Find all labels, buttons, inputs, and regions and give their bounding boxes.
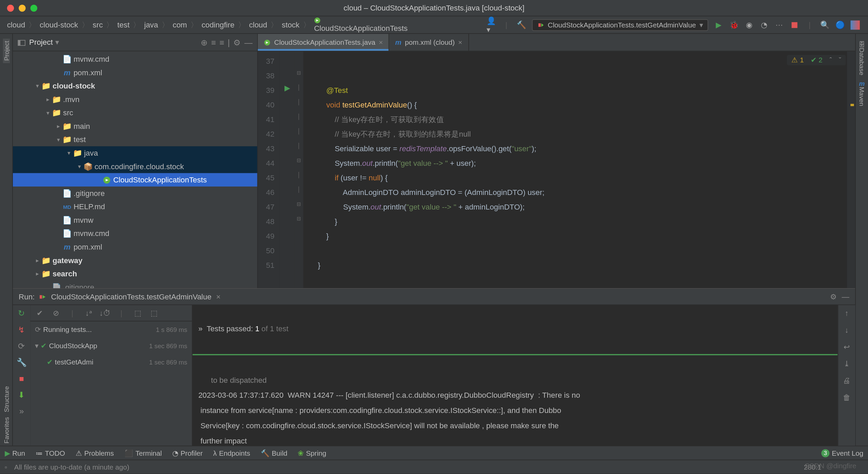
close-tab-icon[interactable]: × xyxy=(379,38,383,46)
tree-folder: ▾📁test xyxy=(13,133,257,146)
dump-icon[interactable]: ⬇ xyxy=(18,390,25,400)
run-tab[interactable]: ▶Run xyxy=(5,449,25,457)
editor-scrollbar[interactable] xyxy=(847,51,855,288)
breadcrumb-item[interactable]: cloud-stock xyxy=(37,19,80,31)
right-tool-stripe: 🗄Database mMaven xyxy=(855,34,868,446)
test-method-row[interactable]: ✔ testGetAdmi 1 sec 869 ms xyxy=(30,354,192,370)
coverage-icon[interactable]: ◉ xyxy=(744,20,754,29)
sort-icon[interactable]: ↓ᵃ xyxy=(83,307,94,319)
close-tab-icon[interactable]: × xyxy=(216,292,220,301)
rerun-failed-icon[interactable]: ↯ xyxy=(18,325,25,334)
tree-file: mpom.xml xyxy=(13,240,257,254)
stop-button-icon[interactable] xyxy=(790,20,799,29)
debug-button-icon[interactable]: 🐞 xyxy=(729,20,739,29)
code-text[interactable]: @Test void testGetAdminValue() { // 当key… xyxy=(303,51,847,288)
tree-folder: ▸📁.mvn xyxy=(13,93,257,106)
test-class-row[interactable]: ▾ ✔ CloudStockApp 1 sec 869 ms xyxy=(30,338,192,354)
breadcrumb-item[interactable]: com xyxy=(170,19,189,31)
run-config-name: CloudStockApplicationTests.testGetAdminV… xyxy=(51,292,211,301)
collapse-icon[interactable]: ⬚ xyxy=(148,307,160,319)
breadcrumb-item[interactable]: test xyxy=(115,19,132,31)
toggle-auto-icon[interactable]: ⟳ xyxy=(18,341,25,351)
scroll-to-end-icon[interactable]: ⤓ xyxy=(844,359,850,368)
show-ignored-icon[interactable]: ⊘ xyxy=(50,307,62,319)
editor-tab[interactable]: m pom.xml (cloud) × xyxy=(389,34,469,51)
profile-icon[interactable]: ◔ xyxy=(760,20,769,29)
fold-column[interactable]: ⊟│││││⊟││⊟⊟ xyxy=(294,51,304,288)
minimize-window-icon[interactable] xyxy=(19,4,26,12)
settings-icon[interactable]: ⚙ xyxy=(830,292,837,301)
stop-icon[interactable]: ■ xyxy=(19,374,24,383)
clear-icon[interactable]: 🗑 xyxy=(843,393,850,402)
soft-wrap-icon[interactable]: ↩ xyxy=(844,342,850,351)
spring-tab[interactable]: ❀Spring xyxy=(298,449,326,457)
tree-folder: ▸📁main xyxy=(13,120,257,133)
code-editor[interactable]: ⚠ 1 ✔ 2 ˆˇ 37383940414243444546474849505… xyxy=(258,51,855,288)
profiler-tab[interactable]: ◔Profiler xyxy=(172,449,202,457)
maximize-window-icon[interactable] xyxy=(30,4,37,12)
breadcrumb-item[interactable]: CloudStockApplicationTests xyxy=(312,16,410,34)
scroll-down-icon[interactable]: ↓ xyxy=(845,325,849,334)
endpoints-tab[interactable]: λEndpoints xyxy=(213,449,250,457)
editor: CloudStockApplicationTests.java × m pom.… xyxy=(258,34,855,288)
search-icon[interactable]: 🔍 xyxy=(820,20,830,29)
attach-icon[interactable]: ⋯ xyxy=(775,20,784,29)
close-window-icon[interactable] xyxy=(7,4,14,12)
collapse-all-icon[interactable]: ≡ xyxy=(219,38,224,47)
close-tab-icon[interactable]: × xyxy=(458,38,462,46)
breadcrumb-item[interactable]: codingfire xyxy=(199,19,237,31)
breadcrumb-item[interactable]: cloud xyxy=(5,19,27,31)
maven-tab[interactable]: mMaven xyxy=(859,78,866,108)
ide-icon[interactable] xyxy=(850,20,860,29)
hide-icon[interactable]: — xyxy=(842,292,849,301)
print-icon[interactable]: 🖨 xyxy=(843,376,850,385)
breadcrumb-item[interactable]: src xyxy=(90,19,105,31)
toolbar-icons: 👤▾ | 🔨 CloudStockApplicationTests.testGe… xyxy=(487,19,863,31)
sync-icon[interactable]: 🔵 xyxy=(835,20,845,29)
tree-file: MDHELP.md xyxy=(13,200,257,214)
run-button-icon[interactable]: ▶ xyxy=(714,20,724,29)
sort-duration-icon[interactable]: ↓⏱ xyxy=(99,307,111,319)
run-configuration-selector[interactable]: CloudStockApplicationTests.testGetAdminV… xyxy=(532,19,708,31)
project-tab[interactable]: Project xyxy=(3,39,10,63)
show-passed-icon[interactable]: ✔ xyxy=(34,307,45,319)
database-tab[interactable]: 🗄Database xyxy=(859,39,866,78)
user-icon[interactable]: 👤▾ xyxy=(487,20,496,29)
run-line-icon[interactable]: ▶ xyxy=(284,83,290,92)
expand-all-icon[interactable]: ≡ xyxy=(211,38,216,47)
breadcrumb-item[interactable]: cloud xyxy=(247,19,270,31)
warning-mark-icon[interactable] xyxy=(850,104,854,106)
inspection-widget[interactable]: ⚠ 1 ✔ 2 ˆˇ xyxy=(787,55,846,65)
structure-tab[interactable]: Structure xyxy=(3,384,10,415)
editor-tab-active[interactable]: CloudStockApplicationTests.java × xyxy=(258,34,389,51)
console-output[interactable]: » Tests passed: 1 of 1 test to be dispat… xyxy=(193,305,838,446)
test-progress-row[interactable]: ⟳ Running tests... 1 s 869 ms xyxy=(30,321,192,338)
favorites-tab[interactable]: Favorites xyxy=(3,415,10,446)
terminal-tab[interactable]: ⬛Terminal xyxy=(124,449,162,457)
problems-tab[interactable]: ⚠Problems xyxy=(76,449,114,457)
breadcrumb-item[interactable]: stock xyxy=(279,19,302,31)
build-tab[interactable]: 🔨Build xyxy=(261,449,288,457)
scroll-up-icon[interactable]: ↑ xyxy=(845,309,849,317)
settings-icon[interactable]: ⚙ xyxy=(233,38,241,47)
todo-tab[interactable]: ≔TODO xyxy=(36,449,65,457)
status-icon[interactable]: ▫ xyxy=(5,463,7,471)
editor-tabs: CloudStockApplicationTests.java × m pom.… xyxy=(258,34,855,52)
locate-icon[interactable]: ⊕ xyxy=(201,38,208,47)
left-tool-stripe: Project Structure Favorites xyxy=(0,34,13,446)
expand-icon[interactable]: ⬚ xyxy=(132,307,143,319)
more-icon[interactable]: » xyxy=(19,407,24,416)
run-label: Run: xyxy=(19,292,35,301)
breadcrumb-item[interactable]: java xyxy=(142,19,160,31)
build-hammer-icon[interactable]: 🔨 xyxy=(517,20,526,29)
gutter[interactable]: ▶ xyxy=(280,51,294,288)
project-header: Project ▾ ⊕ ≡ ≡ | ⚙ — xyxy=(13,34,257,52)
rerun-icon[interactable]: ↻ xyxy=(18,309,25,318)
breadcrumbs: cloud〉 cloud-stock〉 src〉 test〉 java〉 com… xyxy=(5,16,484,34)
hide-icon[interactable]: — xyxy=(244,38,253,47)
project-title: Project xyxy=(29,38,53,47)
project-tree[interactable]: 📄mvnw.cmd mpom.xml ▾📁cloud-stock ▸📁.mvn … xyxy=(13,51,257,288)
wrench-icon[interactable]: 🔧 xyxy=(17,358,26,367)
event-log-tab[interactable]: 3Event Log xyxy=(821,449,863,457)
navigation-bar: cloud〉 cloud-stock〉 src〉 test〉 java〉 com… xyxy=(0,16,868,34)
